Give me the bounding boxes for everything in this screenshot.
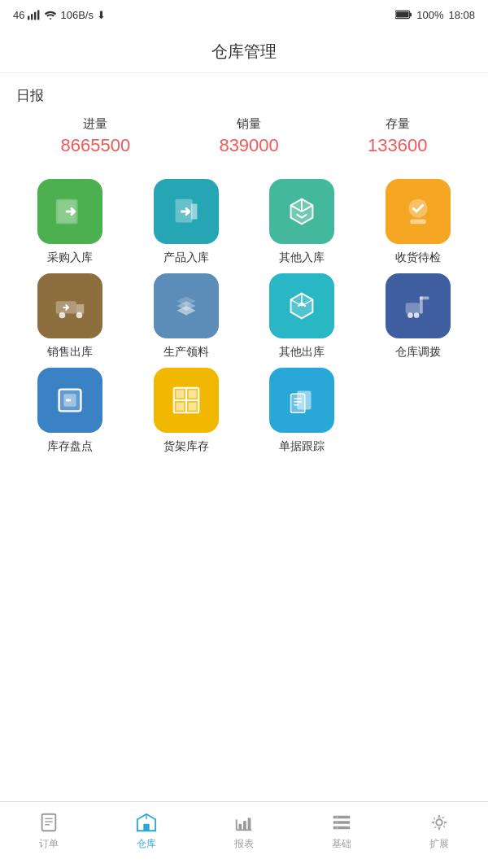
tab-report[interactable]: 报表 (195, 811, 293, 851)
basic-tab-label: 基础 (332, 837, 351, 851)
other-in-label: 其他入库 (279, 251, 325, 265)
stat-sales: 销量 839000 (219, 116, 278, 156)
other-in-icon (283, 193, 320, 230)
svg-rect-10 (191, 203, 198, 219)
svg-point-14 (59, 312, 66, 319)
daily-label: 日报 (16, 86, 472, 105)
order-icon (38, 812, 59, 833)
status-left: 46 106B/s ⬇ (13, 9, 106, 21)
tab-warehouse[interactable]: 仓库 (98, 811, 195, 851)
other-out-icon-box (269, 273, 334, 338)
svg-rect-45 (333, 816, 350, 819)
tab-order[interactable]: 订单 (0, 811, 98, 851)
status-right: 100% 18:08 (395, 9, 475, 21)
stat-stock-label: 存量 (368, 116, 427, 132)
svg-rect-35 (42, 814, 56, 831)
svg-rect-39 (143, 824, 149, 831)
tab-expand[interactable]: 扩展 (390, 811, 488, 851)
other-out-icon (283, 287, 320, 325)
svg-rect-5 (396, 12, 408, 18)
svg-point-15 (76, 312, 83, 319)
signal-icon (28, 9, 41, 20)
product-in-icon-box (154, 179, 219, 244)
daily-stats: 进量 8665500 销量 839000 存量 133600 (16, 116, 472, 156)
sales-out-icon-box (37, 273, 102, 338)
document-track-icon-box (269, 368, 334, 433)
warehouse-icon (136, 812, 157, 833)
warehouse-transfer-icon-box (386, 273, 451, 338)
svg-rect-3 (37, 10, 39, 20)
stat-purchase: 进量 8665500 (61, 116, 131, 156)
grid-item-receive-inspect[interactable]: 收货待检 (364, 179, 473, 265)
icon-grid: 采购入库 产品入库 其他入库 (16, 179, 472, 462)
svg-rect-46 (333, 821, 350, 824)
time-text: 18:08 (448, 9, 475, 21)
shelf-inventory-icon-box (154, 368, 219, 433)
inventory-count-icon-box (37, 368, 102, 433)
report-icon (233, 812, 255, 833)
grid-item-other-in[interactable]: 其他入库 (248, 179, 356, 265)
grid-item-product-in[interactable]: 产品入库 (133, 179, 241, 265)
battery-text: 100% (416, 9, 443, 21)
tab-basic[interactable]: 基础 (293, 811, 390, 851)
signal-text: 46 (13, 9, 24, 21)
svg-point-20 (413, 312, 419, 318)
other-in-icon-box (269, 179, 334, 244)
receive-inspect-icon-box (386, 179, 451, 244)
charge-icon: ⬇ (97, 9, 106, 21)
svg-rect-29 (189, 403, 197, 411)
svg-rect-0 (28, 16, 29, 20)
stat-stock: 存量 133600 (368, 116, 427, 156)
report-tab-label: 报表 (234, 837, 254, 851)
purchase-in-icon-box (37, 179, 102, 244)
svg-rect-44 (248, 818, 251, 830)
page-header: 仓库管理 (0, 29, 488, 73)
status-bar: 46 106B/s ⬇ 100% 18:08 (0, 0, 488, 29)
battery-icon (395, 9, 412, 20)
wifi-icon (44, 9, 57, 20)
document-track-icon (283, 382, 320, 419)
production-material-label: 生产领料 (163, 345, 209, 360)
svg-rect-42 (239, 824, 242, 830)
other-out-label: 其他出库 (279, 345, 325, 360)
purchase-in-icon (51, 193, 89, 230)
tab-bar: 订单 仓库 报表 (0, 801, 488, 868)
svg-rect-27 (189, 390, 197, 399)
svg-rect-31 (291, 394, 305, 412)
stat-stock-value: 133600 (368, 135, 427, 156)
shelf-inventory-icon (168, 382, 205, 419)
svg-rect-49 (337, 821, 338, 824)
grid-item-other-out[interactable]: 其他出库 (248, 273, 356, 360)
svg-rect-50 (337, 827, 338, 830)
stat-sales-label: 销量 (219, 116, 278, 132)
svg-rect-18 (420, 297, 429, 300)
grid-item-sales-out[interactable]: 销售出库 (16, 273, 124, 360)
svg-point-19 (407, 312, 413, 318)
order-tab-icon (37, 811, 60, 834)
svg-rect-48 (337, 816, 338, 819)
grid-item-shelf-inventory[interactable]: 货架库存 (133, 368, 241, 454)
grid-item-purchase-in[interactable]: 采购入库 (16, 179, 124, 265)
basic-tab-icon (330, 811, 353, 834)
sales-out-icon (51, 287, 89, 325)
expand-tab-label: 扩展 (429, 837, 449, 851)
grid-item-document-track[interactable]: 单据跟踪 (248, 368, 356, 454)
warehouse-transfer-label: 仓库调拨 (395, 345, 441, 360)
warehouse-tab-icon (135, 811, 158, 834)
svg-point-51 (436, 819, 442, 825)
stat-sales-value: 839000 (219, 135, 278, 156)
svg-rect-26 (176, 390, 184, 399)
grid-item-warehouse-transfer[interactable]: 仓库调拨 (364, 273, 473, 360)
svg-rect-1 (31, 14, 33, 20)
purchase-in-label: 采购入库 (47, 251, 93, 265)
grid-item-inventory-count[interactable]: 库存盘点 (16, 368, 124, 454)
receive-inspect-label: 收货待检 (395, 251, 441, 265)
svg-rect-16 (405, 303, 419, 313)
product-in-icon (168, 193, 205, 230)
report-tab-icon (233, 811, 255, 834)
svg-rect-2 (34, 12, 36, 20)
warehouse-transfer-icon (399, 287, 437, 325)
shelf-inventory-label: 货架库存 (163, 439, 209, 454)
order-tab-label: 订单 (39, 837, 59, 851)
grid-item-production-material[interactable]: 生产领料 (133, 273, 241, 360)
